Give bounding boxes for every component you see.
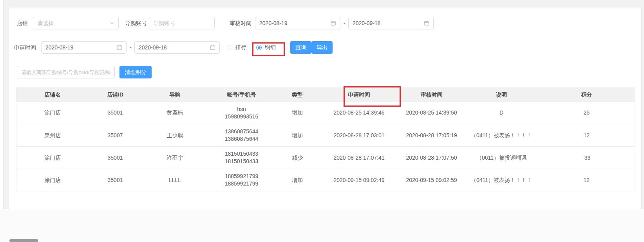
cell-type: 增加 — [275, 102, 320, 124]
cell-apply-time: 2020-08-28 17:07:41 — [320, 147, 398, 169]
cell-remark: D — [465, 102, 538, 124]
cell-store-name: 泉州店 — [16, 124, 89, 147]
header-store-name: 店铺名 — [16, 88, 89, 102]
audit-time-label: 审核时间 — [230, 17, 251, 29]
account-line: 13860875644 — [208, 128, 275, 135]
apply-time-label: 申请时间 — [14, 41, 36, 54]
guide-account-field[interactable] — [149, 17, 215, 29]
table-row: 涂门店 35001 许丕宇 18150150433 18150150433 减少… — [16, 147, 635, 169]
phone-line: 15980993516 — [208, 113, 275, 120]
cell-type: 增加 — [275, 169, 320, 191]
chevron-down-icon — [110, 21, 114, 25]
cell-audit-time: 2020-08-25 14:39:50 — [398, 102, 465, 124]
cell-remark: （0411）被表扬！！！！ — [465, 124, 538, 147]
header-audit-time: 审核时间 — [398, 88, 465, 102]
shop-select-input[interactable] — [37, 20, 107, 26]
cell-store-id: 35001 — [89, 147, 142, 169]
points-table: 店铺名 店铺ID 导购 账号/手机号 类型 申请时间 审核时间 说明 积分 涂门… — [16, 87, 635, 191]
audit-end-input[interactable] — [353, 20, 421, 26]
cleanup-search-input[interactable] — [21, 69, 110, 75]
cell-guide: LLLL — [142, 169, 208, 191]
cell-guide: 黄圣楠 — [142, 102, 208, 124]
cell-account-phone: hsn 15980993516 — [208, 102, 275, 124]
content-card: 店铺 导购账号 审核时间 - 申请时间 - — [9, 7, 642, 209]
table-row: 涂门店 35001 LLLL 18859921799 18859921799 增… — [16, 169, 635, 191]
cell-store-id: 35001 — [89, 169, 142, 191]
cell-store-id: 35007 — [89, 124, 142, 147]
header-apply-time: 申请时间 — [320, 88, 398, 102]
cell-apply-time: 2020-08-25 14:39:46 — [320, 102, 398, 124]
query-button[interactable]: 查询 — [290, 41, 311, 54]
guide-account-label: 导购账号 — [125, 17, 147, 29]
table-row: 涂门店 35001 黄圣楠 hsn 15980993516 增加 2020-08… — [16, 102, 635, 124]
account-line: 18150150433 — [208, 150, 275, 158]
apply-range-separator: - — [130, 41, 132, 54]
cell-guide: 王少聪 — [142, 124, 208, 147]
header-account-phone: 账号/手机号 — [208, 88, 275, 102]
cell-apply-time: 2020-09-15 09:02:49 — [320, 169, 398, 191]
cell-type: 增加 — [275, 124, 320, 147]
cell-guide: 许丕宇 — [142, 147, 208, 169]
cell-account-phone: 13860875644 13860875644 — [208, 124, 275, 147]
cell-remark: （0411）被表扬！！！！ — [465, 169, 538, 191]
table-row: 泉州店 35007 王少聪 13860875644 13860875644 增加… — [16, 124, 635, 147]
radio-detail[interactable]: 明细 — [256, 41, 276, 54]
shop-select[interactable] — [33, 17, 119, 29]
cell-store-name: 涂门店 — [16, 147, 89, 169]
phone-line: 13860875644 — [208, 135, 275, 143]
page-background-bottom — [0, 209, 644, 242]
left-rail-divider — [0, 0, 4, 209]
header-store-id: 店铺ID — [89, 88, 142, 102]
radio-rank-circle[interactable] — [227, 45, 232, 50]
audit-range-separator: - — [344, 17, 346, 29]
apply-end-input[interactable] — [139, 44, 208, 51]
audit-end-datepicker[interactable] — [348, 17, 434, 29]
cell-store-id: 35001 — [89, 102, 142, 124]
cell-type: 减少 — [275, 147, 320, 169]
cell-apply-time: 2020-08-28 17:03:01 — [320, 124, 398, 147]
guide-account-input[interactable] — [153, 20, 210, 26]
cell-points: -33 — [538, 147, 635, 169]
export-button[interactable]: 导出 — [311, 41, 333, 54]
shop-label: 店铺 — [17, 17, 28, 29]
audit-start-datepicker[interactable] — [255, 17, 340, 29]
cell-account-phone: 18859921799 18859921799 — [208, 169, 275, 191]
horizontal-scrollbar-thumb[interactable] — [9, 239, 38, 242]
cell-audit-time: 2020-08-28 17:05:19 — [398, 124, 465, 147]
apply-end-datepicker[interactable] — [134, 41, 220, 54]
header-remark: 说明 — [465, 88, 538, 102]
account-line: hsn — [208, 106, 275, 113]
cell-account-phone: 18150150433 18150150433 — [208, 147, 275, 169]
table-header-row: 店铺名 店铺ID 导购 账号/手机号 类型 申请时间 审核时间 说明 积分 — [16, 88, 635, 102]
calendar-icon — [117, 45, 122, 50]
apply-start-input[interactable] — [45, 44, 114, 51]
calendar-icon — [210, 45, 215, 50]
calendar-icon — [331, 20, 336, 26]
cell-audit-time: 2020-09-15 09:02:59 — [398, 169, 465, 191]
cell-audit-time: 2020-08-28 17:07:50 — [398, 147, 465, 169]
apply-start-datepicker[interactable] — [41, 41, 127, 54]
account-line: 18859921799 — [208, 173, 275, 180]
phone-line: 18150150433 — [208, 158, 275, 165]
phone-line: 18859921799 — [208, 180, 275, 187]
radio-rank-label[interactable]: 排行 — [235, 44, 246, 51]
calendar-icon — [424, 20, 429, 26]
radio-rank[interactable]: 排行 — [227, 41, 246, 54]
radio-detail-label[interactable]: 明细 — [265, 44, 276, 51]
cell-points: 25 — [538, 102, 635, 124]
cell-store-name: 涂门店 — [16, 169, 89, 191]
cleanup-search-field[interactable] — [17, 66, 115, 78]
cell-remark: （0611）被投诉嘲讽 — [465, 147, 538, 169]
header-points: 积分 — [538, 88, 635, 102]
cell-store-name: 涂门店 — [16, 102, 89, 124]
cell-points: 12 — [538, 124, 635, 147]
header-type: 类型 — [275, 88, 320, 102]
cleanup-points-button[interactable]: 清理积分 — [119, 66, 152, 78]
audit-start-input[interactable] — [259, 20, 328, 26]
header-guide: 导购 — [142, 88, 208, 102]
radio-detail-circle[interactable] — [256, 45, 262, 50]
cell-points: 12 — [538, 169, 635, 191]
